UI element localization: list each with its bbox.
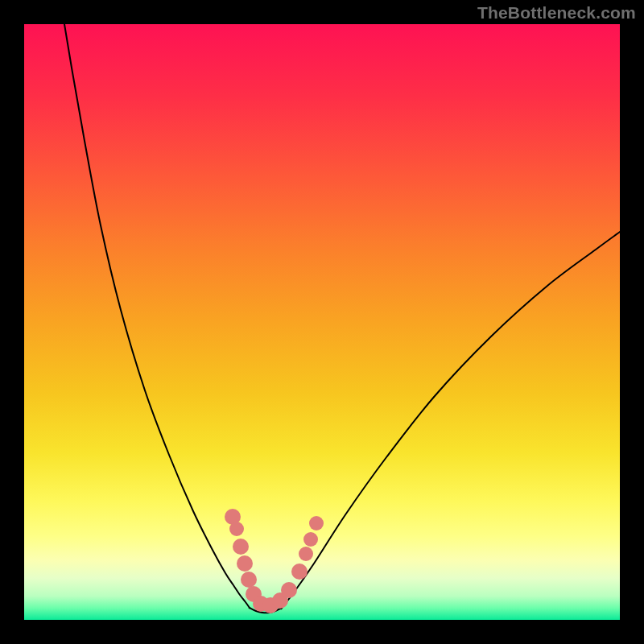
curve-marker [281,582,297,598]
curve-marker [233,539,249,555]
curve-marker [291,564,308,580]
curve-marker [303,532,318,547]
curve-markers [225,509,324,613]
curve-marker [229,522,244,536]
bottleneck-curve [64,24,620,613]
watermark-label: TheBottleneck.com [477,3,636,23]
curve-marker [309,516,324,530]
curve-marker [241,572,257,588]
curve-marker [299,547,313,561]
curve-layer [24,24,620,620]
chart-frame: TheBottleneck.com [0,0,644,644]
curve-marker [237,555,253,572]
plot-area [24,24,620,620]
